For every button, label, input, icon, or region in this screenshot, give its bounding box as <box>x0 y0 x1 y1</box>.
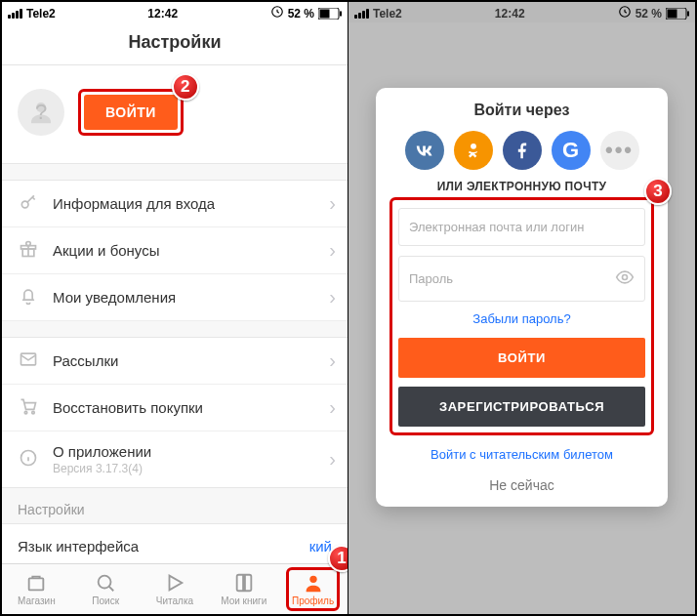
status-bar: Tele2 12:42 52 % <box>348 2 695 22</box>
book-icon <box>233 572 255 594</box>
list-label: Рассылки <box>53 352 118 369</box>
chevron-right-icon: › <box>329 349 336 372</box>
svg-rect-3 <box>340 11 342 16</box>
social-more-button[interactable]: ••• <box>600 131 639 170</box>
svg-point-19 <box>471 144 476 149</box>
reader-card-link[interactable]: Войти с читательским билетом <box>376 447 668 462</box>
cart-icon <box>18 396 39 419</box>
tab-mybooks[interactable]: Мои книги <box>209 564 278 614</box>
info-icon <box>18 448 39 471</box>
key-icon <box>18 192 39 215</box>
list-item-login-info[interactable]: Информация для входа › <box>2 181 348 227</box>
store-icon <box>25 572 47 594</box>
phone-login-modal: Tele2 12:42 52 % Войти через <box>348 2 695 614</box>
badge-3: 3 <box>644 178 672 205</box>
password-placeholder: Пароль <box>409 271 453 286</box>
social-row: G ••• <box>376 131 668 170</box>
list-item-newsletters[interactable]: Рассылки › <box>2 338 348 385</box>
svg-rect-12 <box>29 578 44 590</box>
svg-point-10 <box>32 411 35 414</box>
highlight-form: Электронная почта или логин Пароль Забыл… <box>390 197 654 435</box>
login-modal: Войти через G ••• ИЛИ ЭЛЕКТРОННУЮ ПОЧТУ <box>376 88 668 507</box>
or-email-label: ИЛИ ЭЛЕКТРОННУЮ ПОЧТУ <box>376 180 668 193</box>
email-placeholder: Электронная почта или логин <box>409 220 585 234</box>
status-bar: Tele2 12:42 52 % <box>2 2 348 22</box>
tab-search[interactable]: Поиск <box>71 564 141 614</box>
play-icon <box>164 572 185 594</box>
carrier-label: Tele2 <box>26 7 56 21</box>
battery-icon <box>318 8 342 20</box>
svg-rect-17 <box>667 9 676 18</box>
signal-icon <box>354 9 369 19</box>
battery-pct-label: 52 % <box>636 7 662 21</box>
tab-label: Магазин <box>18 595 56 606</box>
signal-icon <box>8 9 22 19</box>
list-item-language[interactable]: Язык интерфейса кий <box>2 523 348 568</box>
social-fb-button[interactable] <box>503 131 542 170</box>
language-label: Язык интерфейса <box>18 538 139 554</box>
highlight-login: ВОЙТИ <box>78 89 184 136</box>
tab-label: Профиль <box>292 595 334 606</box>
bell-icon <box>18 286 39 308</box>
chevron-right-icon: › <box>329 192 336 215</box>
facebook-icon <box>512 141 532 160</box>
register-button[interactable]: ЗАРЕГИСТРИРОВАТЬСЯ <box>398 387 645 427</box>
chevron-right-icon: › <box>329 239 336 262</box>
login-button[interactable]: ВОЙТИ <box>84 95 178 130</box>
list-label: О приложении Версия 3.17.3(4) <box>53 443 151 475</box>
avatar-placeholder: ? <box>18 89 64 136</box>
tab-label: Поиск <box>92 595 119 606</box>
chevron-right-icon: › <box>329 396 336 419</box>
phone-settings: Tele2 12:42 52 % Настройки ? ВОЙТИ 2 <box>2 2 348 614</box>
list-item-promos[interactable]: Акции и бонусы › <box>2 227 348 274</box>
rotation-lock-icon <box>270 5 284 21</box>
rotation-lock-icon <box>618 5 632 21</box>
settings-list-2: Рассылки › Восстановить покупки › О прил… <box>2 337 348 488</box>
social-ok-button[interactable] <box>454 131 493 170</box>
svg-point-13 <box>99 576 111 589</box>
search-icon <box>95 572 116 594</box>
mail-icon <box>18 349 39 372</box>
highlight-profile-tab: Профиль <box>286 567 340 611</box>
list-item-about[interactable]: О приложении Версия 3.17.3(4) › <box>2 431 348 488</box>
vk-icon <box>414 140 435 161</box>
eye-icon[interactable] <box>615 267 635 290</box>
svg-point-14 <box>309 576 316 583</box>
tab-profile[interactable]: Профиль 1 <box>278 564 348 614</box>
forgot-password-link[interactable]: Забыли пароль? <box>398 311 645 326</box>
ok-icon <box>464 141 483 160</box>
section-label: Настройки <box>2 488 348 523</box>
social-google-button[interactable]: G <box>552 131 591 170</box>
tab-reader[interactable]: Читалка <box>141 564 210 614</box>
chevron-right-icon: › <box>329 448 336 471</box>
clock-label: 12:42 <box>147 7 178 21</box>
battery-pct-label: 52 % <box>288 7 314 21</box>
badge-1: 1 <box>328 545 348 572</box>
list-label: Акции и бонусы <box>53 242 159 259</box>
clock-label: 12:42 <box>495 7 525 21</box>
svg-point-9 <box>24 411 27 414</box>
page-title: Настройки <box>2 32 348 53</box>
badge-2: 2 <box>172 73 199 101</box>
list-item-restore[interactable]: Восстановить покупки › <box>2 385 348 431</box>
email-input[interactable]: Электронная почта или логин <box>398 208 645 246</box>
list-item-notifications[interactable]: Мои уведомления › <box>2 274 348 321</box>
list-label: Информация для входа <box>53 195 215 212</box>
tab-store[interactable]: Магазин <box>2 564 71 614</box>
gift-icon <box>18 239 39 262</box>
chevron-right-icon: › <box>329 286 336 308</box>
social-vk-button[interactable] <box>405 131 444 170</box>
settings-list: Информация для входа › Акции и бонусы › … <box>2 180 348 321</box>
carrier-label: Tele2 <box>373 7 402 21</box>
password-input[interactable]: Пароль <box>398 256 645 302</box>
modal-title: Войти через <box>376 102 668 119</box>
profile-box: ? ВОЙТИ 2 <box>2 65 348 164</box>
profile-icon <box>303 572 324 594</box>
tab-label: Читалка <box>156 595 193 606</box>
not-now-button[interactable]: Не сейчас <box>376 477 668 493</box>
login-submit-button[interactable]: ВОЙТИ <box>398 338 645 378</box>
svg-rect-18 <box>687 11 689 16</box>
svg-point-20 <box>623 275 628 280</box>
header: Настройки <box>2 22 348 65</box>
tab-bar: Магазин Поиск Читалка Мои книги Профиль … <box>2 563 348 614</box>
